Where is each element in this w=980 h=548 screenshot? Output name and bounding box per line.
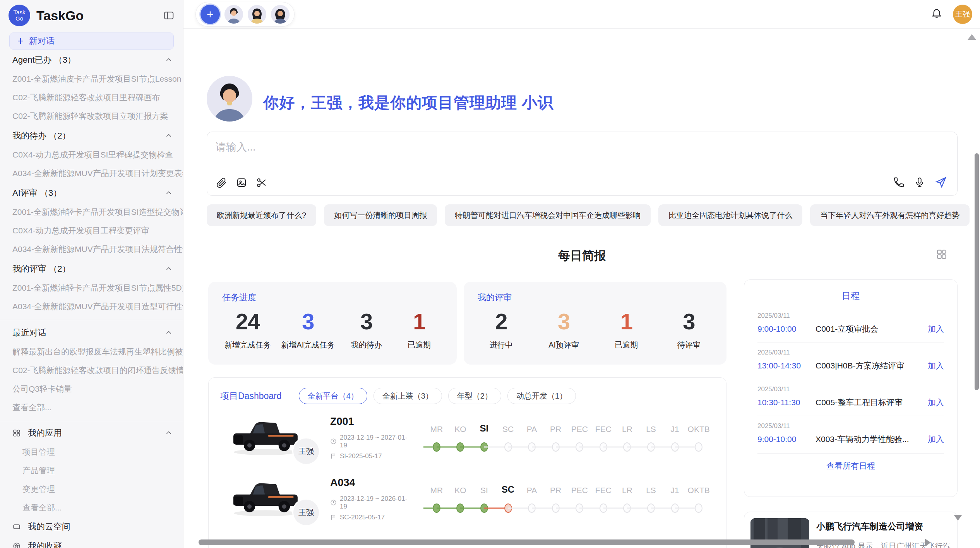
sidebar-header: Task Go TaskGo (0, 0, 183, 30)
schedule-entry: 2025/03/11 9:00-10:00 X003-车辆动力学性能验... 加… (757, 416, 944, 452)
apps-grid-icon (12, 429, 21, 437)
suggestion-chip[interactable]: 比亚迪全固态电池计划具体说了什么 (658, 204, 802, 226)
milestone: SI (472, 484, 496, 514)
sidebar-item-my-apps[interactable]: 我的应用 (0, 423, 183, 443)
schedule-date: 2025/03/11 (757, 385, 944, 393)
project-dates: 2023-12-19 ~ 2027-01-19 (330, 434, 415, 449)
sidebar-item[interactable]: A034-全新新能源MUV产品开发项目造型可行性评审 (0, 297, 183, 316)
cloud-space-label: 我的云空间 (28, 521, 173, 533)
stat-value: 3 (302, 310, 314, 333)
send-icon[interactable] (935, 176, 947, 188)
dashboard-filter-chip[interactable]: 全新上装（3） (373, 388, 442, 404)
vertical-scrollbar[interactable] (975, 153, 979, 390)
sidebar-section-header[interactable]: 我的评审 （2） (0, 259, 183, 279)
project-row[interactable]: 王强 Z001 2023-12-19 ~ 2027-01-19 SI-2025-… (209, 407, 726, 468)
sidebar-item[interactable]: Z001-全新燃油轻卡产品开发项目SI造型提交物评审 (0, 203, 183, 221)
sidebar-section-header[interactable]: 最近对话 (0, 322, 183, 342)
chevron-up-icon[interactable] (164, 329, 173, 337)
divider (0, 421, 183, 421)
join-link[interactable]: 加入 (928, 434, 944, 445)
schedule-time: 9:00-10:00 (757, 435, 816, 444)
stat-label: 已逾期 (615, 340, 638, 350)
sidebar-item[interactable]: C02-飞腾新能源轻客改款项目立项汇报方案 (0, 107, 183, 125)
sidebar-item[interactable]: C0X4-动力总成开发项目工程变更评审 (0, 221, 183, 240)
dashboard-filter-chip[interactable]: 动总开发（1） (507, 388, 576, 404)
cloud-space-icon (12, 522, 21, 531)
my-apps-subitem[interactable]: 变更管理 (0, 480, 183, 498)
stat-cell: 3AI预评审 (543, 310, 585, 350)
add-contact-button[interactable] (200, 5, 220, 24)
my-apps-subitem[interactable]: 产品管理 (0, 461, 183, 480)
scissors-icon[interactable] (256, 177, 267, 188)
milestone: PR (544, 423, 568, 452)
suggestion-chip[interactable]: 当下年轻人对汽车外观有怎样的喜好趋势 (810, 204, 970, 226)
join-link[interactable]: 加入 (928, 397, 944, 408)
sidebar-item[interactable]: A034-全新新能源MUV产品开发项目计划变更表编写 (0, 164, 183, 183)
sidebar-collapse-icon[interactable] (163, 10, 175, 21)
sidebar-item[interactable]: Z001-全新燃油皮卡产品开发项目SI节点Lesson Learn报告 (0, 70, 183, 88)
sidebar-item[interactable]: C02-飞腾新能源轻客改款项目里程碑画布 (0, 88, 183, 107)
notification-bell-icon[interactable] (930, 8, 943, 20)
chat-input[interactable] (216, 141, 757, 153)
dashboard-filter-chip[interactable]: 年型（2） (448, 388, 501, 404)
milestone-track: MRKOSISCPAPRPECFECLRLSJ1OKTB (425, 423, 711, 452)
stat-cell: 3待评审 (668, 310, 710, 350)
join-link[interactable]: 加入 (928, 324, 944, 334)
sidebar-item[interactable]: Z001-全新燃油轻卡产品开发项目SI节点属性5D文件评审 (0, 279, 183, 297)
chevron-up-icon[interactable] (164, 429, 173, 437)
microphone-icon[interactable] (914, 176, 925, 188)
sidebar-section-header[interactable]: Agent已办 （3） (0, 50, 183, 70)
project-row[interactable]: 王强 A034 2023-12-19 ~ 2026-01-19 SC-2025-… (209, 468, 726, 529)
contact-avatar[interactable] (248, 5, 266, 24)
suggestion-chip[interactable]: 如何写一份清晰的项目周报 (324, 204, 437, 226)
new-chat-button[interactable]: 新对话 (9, 33, 174, 50)
sidebar-item[interactable]: 解释最新出台的欧盟报废车法规再生塑料比例被调至15%... (0, 342, 183, 361)
project-info: Z001 2023-12-19 ~ 2027-01-19 SI-2025-05-… (318, 416, 415, 460)
quick-contacts-pill (195, 2, 295, 27)
schedule-entry: 2025/03/11 9:00-10:00 C001-立项审批会 加入 (757, 306, 944, 342)
attachment-icon[interactable] (216, 177, 227, 188)
suggestion-chip[interactable]: 欧洲新规最近颁布了什么? (207, 204, 316, 226)
chevron-up-icon[interactable] (164, 265, 173, 273)
dashboard-filter-chip[interactable]: 全新平台（4） (299, 388, 367, 404)
view-all-schedule-link[interactable]: 查看所有日程 (757, 453, 944, 471)
card-title: 我的评审 (478, 292, 713, 303)
sidebar-item[interactable]: C0X4-动力总成开发项目SI里程碑提交物检查 (0, 146, 183, 164)
sidebar-item-favorites[interactable]: 我的收藏 (0, 536, 183, 548)
chevron-up-icon[interactable] (164, 56, 173, 64)
dashboard-title: 项目Dashboard (220, 390, 282, 402)
sidebar-item[interactable]: 公司Q3轻卡销量 (0, 380, 183, 398)
stat-label: 我的待办 (351, 340, 382, 350)
sidebar-item[interactable]: C02-飞腾新能源轻客改款项目的闭环通告反馈情况 (0, 361, 183, 380)
stat-cell: 24新增完成任务 (224, 310, 271, 350)
sidebar-item[interactable]: A034-全新新能源MUV产品开发项目法规符合性评审 (0, 240, 183, 259)
sidebar-section-header[interactable]: AI评审 （3） (0, 183, 183, 203)
image-icon[interactable] (236, 177, 247, 188)
flag-icon (330, 514, 337, 521)
suggestion-chip[interactable]: 特朗普可能对进口汽车增税会对中国车企造成哪些影响 (445, 204, 651, 226)
my-apps-subitem[interactable]: 项目管理 (0, 443, 183, 461)
sidebar-item[interactable]: 查看全部... (0, 398, 183, 417)
milestone-label: SI (480, 423, 489, 434)
scroll-right-arrow[interactable] (925, 539, 931, 546)
join-link[interactable]: 加入 (928, 360, 944, 371)
contact-avatar[interactable] (271, 5, 290, 24)
chevron-up-icon[interactable] (164, 189, 173, 197)
scroll-up-arrow[interactable] (968, 34, 976, 40)
sidebar-section: Agent已办 （3） Z001-全新燃油皮卡产品开发项目SI节点Lesson … (0, 50, 183, 125)
contact-avatar[interactable] (224, 5, 243, 24)
layout-grid-icon[interactable] (936, 248, 947, 260)
schedule-entry: 2025/03/11 10:30-11:30 C005-整车工程目标评审 加入 (757, 379, 944, 416)
milestone: LS (639, 484, 663, 514)
phone-icon[interactable] (893, 176, 905, 188)
sidebar-item-cloud-space[interactable]: 我的云空间 (0, 517, 183, 536)
horizontal-scrollbar[interactable] (199, 539, 855, 545)
user-avatar[interactable]: 王强 (953, 5, 972, 24)
chevron-up-icon[interactable] (164, 132, 173, 140)
sidebar-section-header[interactable]: 我的待办 （2） (0, 125, 183, 146)
milestone-label: LR (622, 423, 632, 434)
scroll-down-arrow[interactable] (954, 515, 962, 521)
milestone-label: LS (646, 484, 656, 495)
milestone-label: KO (454, 423, 466, 434)
my-apps-subitem[interactable]: 查看全部... (0, 498, 183, 517)
